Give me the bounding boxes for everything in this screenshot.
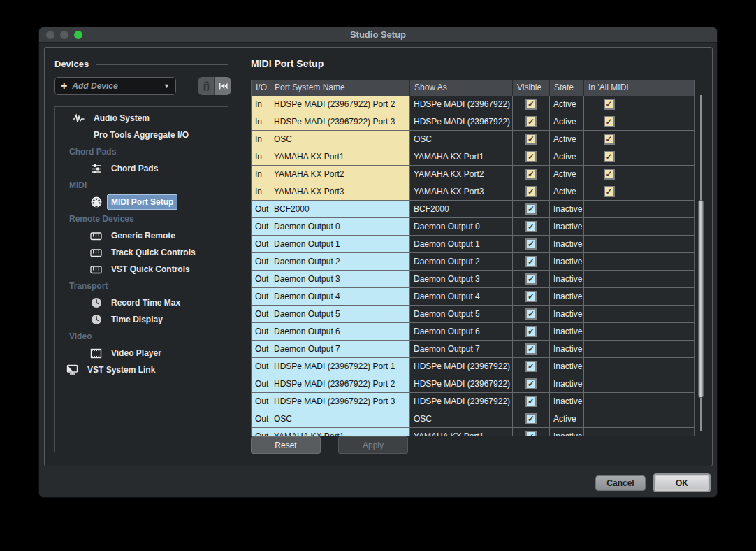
table-scrollbar-thumb[interactable] — [698, 200, 704, 398]
visible-checkbox[interactable]: ✓ — [525, 343, 537, 355]
show-as-cell[interactable]: YAMAHA KX Port3 — [410, 183, 513, 200]
visible-checkbox[interactable]: ✓ — [525, 134, 537, 145]
visible-checkbox[interactable]: ✓ — [525, 273, 537, 285]
table-row[interactable]: InYAMAHA KX Port1YAMAHA KX Port1✓Active✓ — [252, 148, 694, 166]
table-row[interactable]: OutHDSPe MADI (23967922) Port 2HDSPe MAD… — [252, 375, 694, 393]
show-as-cell[interactable]: Daemon Output 0 — [410, 218, 513, 235]
visible-checkbox[interactable]: ✓ — [525, 221, 537, 232]
cancel-button[interactable]: Cancel — [595, 475, 646, 491]
visible-checkbox[interactable]: ✓ — [525, 413, 537, 424]
column-header-visible[interactable]: Visible — [513, 80, 550, 96]
reset-button[interactable]: Reset — [251, 436, 321, 454]
visible-checkbox[interactable]: ✓ — [525, 116, 537, 127]
table-row[interactable]: OutDaemon Output 0Daemon Output 0✓Inacti… — [252, 218, 694, 236]
state-cell: Inactive — [550, 201, 584, 217]
column-header-port-system-name[interactable]: Port System Name — [270, 80, 410, 96]
visible-checkbox[interactable]: ✓ — [525, 256, 537, 267]
show-as-cell[interactable]: Daemon Output 2 — [410, 253, 513, 270]
show-as-cell[interactable]: Daemon Output 6 — [410, 323, 513, 340]
show-as-cell[interactable]: Daemon Output 3 — [410, 271, 513, 287]
show-as-cell[interactable]: BCF2000 — [410, 201, 513, 217]
sidebar-item-track-quick-controls[interactable]: Track Quick Controls — [55, 244, 228, 261]
table-row[interactable]: OutDaemon Output 2Daemon Output 2✓Inacti… — [252, 253, 694, 271]
table-row[interactable]: OutOSCOSC✓Active — [252, 410, 694, 428]
table-row[interactable]: OutHDSPe MADI (23967922) Port 3HDSPe MAD… — [252, 393, 694, 410]
table-row[interactable]: OutYAMAHA KX Port1YAMAHA KX Port1✓Inacti… — [252, 428, 694, 436]
table-row[interactable]: InOSCOSC✓Active✓ — [252, 131, 694, 148]
visible-checkbox[interactable]: ✓ — [525, 378, 537, 389]
show-as-cell[interactable]: HDSPe MADI (23967922) — [410, 393, 513, 410]
sidebar-item-label: Audio System — [89, 110, 154, 126]
visible-checkbox[interactable]: ✓ — [525, 99, 537, 110]
visible-checkbox[interactable]: ✓ — [525, 361, 537, 372]
state-cell: Active — [550, 183, 584, 200]
visible-checkbox[interactable]: ✓ — [525, 431, 537, 436]
sidebar-item-vst-system-link[interactable]: VST System Link — [55, 362, 228, 378]
in-all-midi-checkbox[interactable]: ✓ — [604, 186, 615, 197]
column-header-show-as[interactable]: Show As — [410, 80, 513, 96]
show-as-cell[interactable]: Daemon Output 7 — [410, 341, 513, 357]
visible-checkbox[interactable]: ✓ — [525, 291, 537, 302]
column-header-state[interactable]: State — [550, 80, 584, 96]
show-as-cell[interactable]: HDSPe MADI (23967922) — [410, 375, 513, 392]
sidebar-item-chord-pads[interactable]: Chord Pads — [55, 160, 228, 177]
table-row[interactable]: OutDaemon Output 5Daemon Output 5✓Inacti… — [252, 306, 694, 323]
apply-button[interactable]: Apply — [338, 436, 408, 454]
ok-button[interactable]: OK — [653, 473, 711, 492]
in-all-midi-checkbox[interactable]: ✓ — [604, 151, 615, 162]
sidebar-item-time-display[interactable]: Time Display — [55, 311, 228, 328]
table-row[interactable]: InYAMAHA KX Port2YAMAHA KX Port2✓Active✓ — [252, 166, 694, 183]
sidebar-item-vst-quick-controls[interactable]: VST Quick Controls — [55, 261, 228, 278]
show-as-cell[interactable]: HDSPe MADI (23967922) — [410, 96, 513, 113]
visible-checkbox[interactable]: ✓ — [525, 169, 537, 180]
show-as-cell[interactable]: HDSPe MADI (23967922) — [410, 113, 513, 130]
visible-checkbox[interactable]: ✓ — [525, 308, 537, 320]
visible-cell: ✓ — [513, 428, 550, 436]
filler-cell — [634, 375, 694, 392]
table-row[interactable]: OutBCF2000BCF2000✓Inactive — [252, 201, 694, 218]
show-as-cell[interactable]: YAMAHA KX Port1 — [410, 428, 513, 436]
collapse-all-button[interactable] — [215, 77, 231, 95]
device-toolbar — [198, 77, 231, 95]
show-as-cell[interactable]: Daemon Output 5 — [410, 306, 513, 322]
table-row[interactable]: InYAMAHA KX Port3YAMAHA KX Port3✓Active✓ — [252, 183, 694, 201]
in-all-midi-checkbox[interactable]: ✓ — [604, 99, 615, 110]
visible-checkbox[interactable]: ✓ — [525, 238, 537, 250]
show-as-cell[interactable]: YAMAHA KX Port2 — [410, 166, 513, 183]
show-as-cell[interactable]: OSC — [410, 410, 513, 427]
column-header-in-all-midi[interactable]: In 'All MIDI — [584, 80, 634, 96]
sidebar-item-generic-remote[interactable]: Generic Remote — [55, 227, 228, 244]
io-cell: In — [252, 131, 270, 148]
show-as-cell[interactable]: Daemon Output 1 — [410, 236, 513, 252]
delete-device-button[interactable] — [198, 77, 215, 95]
visible-cell: ✓ — [513, 306, 550, 322]
sidebar-item-midi-port-setup[interactable]: MIDI Port Setup — [55, 194, 228, 210]
visible-checkbox[interactable]: ✓ — [525, 326, 537, 337]
column-header-i-o[interactable]: I/O — [252, 80, 270, 96]
in-all-midi-checkbox[interactable]: ✓ — [604, 134, 615, 145]
table-row[interactable]: OutDaemon Output 4Daemon Output 4✓Inacti… — [252, 288, 694, 306]
in-all-midi-checkbox[interactable]: ✓ — [604, 169, 615, 180]
column-header-empty[interactable] — [634, 80, 694, 96]
table-row[interactable]: OutDaemon Output 6Daemon Output 6✓Inacti… — [252, 323, 694, 341]
sidebar-item-video-player[interactable]: Video Player — [55, 345, 228, 362]
table-row[interactable]: InHDSPe MADI (23967922) Port 3HDSPe MADI… — [252, 113, 694, 131]
table-row[interactable]: OutDaemon Output 1Daemon Output 1✓Inacti… — [252, 236, 694, 253]
show-as-cell[interactable]: OSC — [410, 131, 513, 148]
add-device-dropdown[interactable]: + Add Device ▼ — [54, 77, 176, 95]
table-row[interactable]: OutHDSPe MADI (23967922) Port 1HDSPe MAD… — [252, 358, 694, 375]
table-row[interactable]: InHDSPe MADI (23967922) Port 2HDSPe MADI… — [252, 96, 694, 113]
visible-checkbox[interactable]: ✓ — [525, 203, 537, 215]
visible-checkbox[interactable]: ✓ — [525, 151, 537, 162]
table-row[interactable]: OutDaemon Output 3Daemon Output 3✓Inacti… — [252, 271, 694, 288]
show-as-cell[interactable]: YAMAHA KX Port1 — [410, 148, 513, 165]
table-row[interactable]: OutDaemon Output 7Daemon Output 7✓Inacti… — [252, 341, 694, 358]
visible-checkbox[interactable]: ✓ — [525, 186, 537, 197]
in-all-midi-checkbox[interactable]: ✓ — [604, 116, 615, 127]
show-as-cell[interactable]: Daemon Output 4 — [410, 288, 513, 305]
show-as-cell[interactable]: HDSPe MADI (23967922) — [410, 358, 513, 375]
sidebar-item-pro-tools-aggregate-i-o[interactable]: Pro Tools Aggregate I/O — [55, 127, 228, 143]
sidebar-item-audio-system[interactable]: Audio System — [55, 110, 228, 127]
visible-checkbox[interactable]: ✓ — [525, 396, 537, 407]
sidebar-item-record-time-max[interactable]: Record Time Max — [55, 294, 228, 311]
